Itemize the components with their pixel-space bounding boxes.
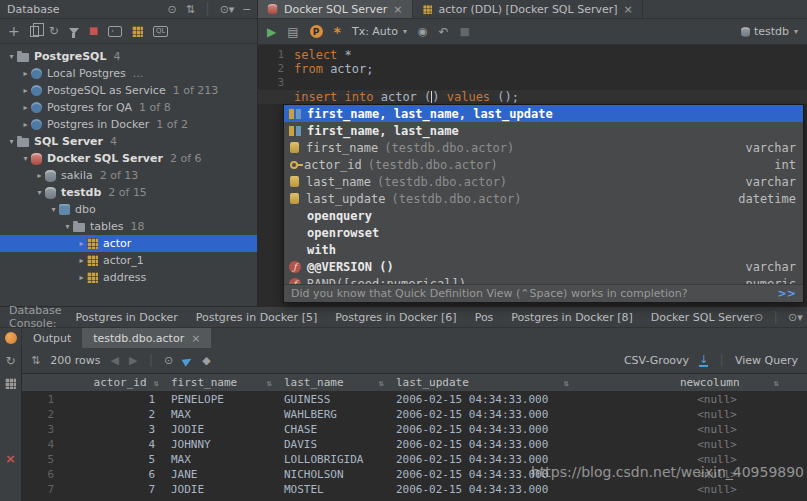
cell[interactable]: 3 xyxy=(62,423,165,436)
cell[interactable]: <null> xyxy=(575,423,785,436)
tx-mode-select[interactable]: Tx: Auto ▾ xyxy=(352,25,407,38)
cell[interactable]: <null> xyxy=(575,393,785,406)
console-tab-postgres-in-docker-5[interactable]: Postgres in Docker [5] xyxy=(196,311,317,324)
output-tab-testdb-dbo-actor[interactable]: testdb.dbo.actor× xyxy=(82,328,211,348)
stop-icon[interactable]: ■ xyxy=(460,26,470,37)
sort-icon[interactable]: ⇅ xyxy=(379,378,384,388)
column-header-actor-id[interactable]: actor_id⇅ xyxy=(62,374,165,391)
cell[interactable]: JANE xyxy=(165,468,278,481)
chevron-right-icon[interactable]: ▸ xyxy=(76,256,87,265)
chevron-down-icon[interactable]: ▾ xyxy=(48,205,59,214)
tree-item-actor[interactable]: ▸actor xyxy=(0,235,257,252)
row-number[interactable]: 5 xyxy=(22,453,62,466)
undo-icon[interactable]: ↶ xyxy=(439,26,449,38)
table-row[interactable]: 33JODIECHASE2006-02-15 04:34:33.000<null… xyxy=(22,422,807,437)
tree-item-postgresql[interactable]: ▾PostgreSQL4 xyxy=(0,48,257,65)
tree-item-actor-1[interactable]: ▸actor_1 xyxy=(0,252,257,269)
cell[interactable]: 2006-02-15 04:34:33.000 xyxy=(390,438,575,451)
connection-select[interactable]: testdb ▾ xyxy=(740,25,798,38)
completion-item-first-name-last-name-last-update[interactable]: first_name, last_name, last_update xyxy=(284,105,803,122)
stop-icon[interactable]: ■ xyxy=(89,26,98,36)
close-icon[interactable]: × xyxy=(393,3,402,16)
sort-icon[interactable]: ⇅ xyxy=(564,378,569,388)
cell[interactable]: WAHLBERG xyxy=(278,408,390,421)
page-size-icon[interactable]: ⇅ xyxy=(31,355,40,366)
completion-item-last-update[interactable]: last_update (testdb.dbo.actor)datetime xyxy=(284,190,803,207)
cell[interactable]: JOHNNY xyxy=(165,438,278,451)
tree-item-postgesql-as-service[interactable]: ▸PostgeSQL as Service1 of 213 xyxy=(0,82,257,99)
completion-item-openrowset[interactable]: openrowset xyxy=(284,224,803,241)
hint-link[interactable]: >> xyxy=(778,287,796,300)
sql-editor[interactable]: 1234 select *from actor;insert into acto… xyxy=(258,45,807,306)
tree-item-sql-server[interactable]: ▾SQL Server4 xyxy=(0,133,257,150)
chevron-right-icon[interactable]: ▸ xyxy=(76,273,87,282)
row-number[interactable]: 1 xyxy=(22,393,62,406)
cell[interactable]: 7 xyxy=(62,483,165,496)
run-button[interactable]: ▶ xyxy=(267,26,276,38)
tab-actor-ddl[interactable]: actor (DDL) [Docker SQL Server] × xyxy=(413,0,643,18)
chevron-right-icon[interactable]: ▸ xyxy=(20,120,31,129)
cell[interactable]: 2006-02-15 04:34:33.000 xyxy=(390,393,575,406)
data-extractor-select[interactable]: CSV-Groovy xyxy=(624,354,689,367)
settings-icon[interactable]: ⊙ xyxy=(164,355,173,366)
cell[interactable]: MOSTEL xyxy=(278,483,390,496)
duplicate-icon[interactable] xyxy=(30,26,39,37)
settings-menu-icon[interactable]: ⊙▾ xyxy=(788,312,803,323)
settings-menu-icon[interactable]: ⊙▾ xyxy=(220,4,235,15)
console-tab-pos[interactable]: Pos xyxy=(475,311,494,324)
tab-docker-sql-server[interactable]: Docker SQL Server × xyxy=(258,0,413,18)
tree-item-testdb[interactable]: ▾testdb2 of 15 xyxy=(0,184,257,201)
tree-item-local-postgres[interactable]: ▸Local Postgres... xyxy=(0,65,257,82)
completion-item-actor-id[interactable]: actor_id (testdb.dbo.actor)int xyxy=(284,156,803,173)
cell[interactable]: JODIE xyxy=(165,423,278,436)
script-icon[interactable]: ▤ xyxy=(287,26,298,38)
completion-item-last-name[interactable]: last_name (testdb.dbo.actor)varchar xyxy=(284,173,803,190)
tree-item-dbo[interactable]: ▾dbo xyxy=(0,201,257,218)
table-row[interactable]: 22MAXWAHLBERG2006-02-15 04:34:33.000<nul… xyxy=(22,407,807,422)
export-icon[interactable]: ↓ xyxy=(699,355,708,367)
cell[interactable]: 5 xyxy=(62,453,165,466)
cell[interactable]: DAVIS xyxy=(278,438,390,451)
cell[interactable]: 2 xyxy=(62,408,165,421)
row-number[interactable]: 7 xyxy=(22,483,62,496)
execute-routine-icon[interactable]: * xyxy=(334,25,341,39)
console-tab-postgres-in-docker-6[interactable]: Postgres in Docker [6] xyxy=(335,311,456,324)
column-header-newcolumn[interactable]: newcolumn⇅ xyxy=(575,374,785,391)
open-console-icon[interactable]: › xyxy=(108,26,122,37)
chevron-down-icon[interactable]: ▾ xyxy=(20,154,31,163)
hide-panel-icon[interactable]: ─ xyxy=(243,4,250,15)
compare-icon[interactable]: ◆ xyxy=(202,355,210,366)
gear-icon[interactable]: ⊙ xyxy=(168,4,177,15)
cell[interactable]: <null> xyxy=(575,438,785,451)
console-tab-postgres-in-docker[interactable]: Postgres in Docker xyxy=(76,311,178,324)
chevron-down-icon[interactable]: ▾ xyxy=(62,222,73,231)
rerun-icon[interactable]: ↻ xyxy=(5,355,15,367)
query-console-icon[interactable]: QL xyxy=(153,26,168,37)
tree-item-postgres-for-qa[interactable]: ▸Postgres for QA1 of 8 xyxy=(0,99,257,116)
sort-icon[interactable]: ⇅ xyxy=(267,378,272,388)
cell[interactable]: CHASE xyxy=(278,423,390,436)
cell[interactable]: 2006-02-15 04:34:33.000 xyxy=(390,483,575,496)
pin-icon[interactable]: ◉ xyxy=(418,26,428,37)
cell[interactable]: <null> xyxy=(575,483,785,496)
table-row[interactable]: 11PENELOPEGUINESS2006-02-15 04:34:33.000… xyxy=(22,392,807,407)
cell[interactable]: 1 xyxy=(62,393,165,406)
tree-item-tables[interactable]: ▾tables18 xyxy=(0,218,257,235)
completion-item-with[interactable]: with xyxy=(284,241,803,258)
table-icon[interactable] xyxy=(132,26,143,37)
column-header-last-update[interactable]: last_update⇅ xyxy=(390,374,575,391)
close-icon[interactable]: × xyxy=(624,3,633,16)
cell[interactable]: 2006-02-15 04:34:33.000 xyxy=(390,423,575,436)
console-tab-postgres-in-docker-8[interactable]: Postgres in Docker [8] xyxy=(511,311,632,324)
tree-item-address[interactable]: ▸address xyxy=(0,269,257,286)
close-results-icon[interactable]: × xyxy=(5,452,16,465)
completion-item-openquery[interactable]: openquery xyxy=(284,207,803,224)
table-row[interactable]: 77JODIEMOSTEL2006-02-15 04:34:33.000<nul… xyxy=(22,482,807,497)
tree-item-sakila[interactable]: ▸sakila2 of 13 xyxy=(0,167,257,184)
chevron-right-icon[interactable]: ▸ xyxy=(34,171,45,180)
close-icon[interactable]: × xyxy=(191,332,200,345)
sort-icon[interactable]: ⇅ xyxy=(186,4,195,15)
table-icon[interactable] xyxy=(5,378,16,389)
gear-icon[interactable]: ⊙ xyxy=(754,312,763,323)
cell[interactable]: 2006-02-15 04:34:33.000 xyxy=(390,408,575,421)
